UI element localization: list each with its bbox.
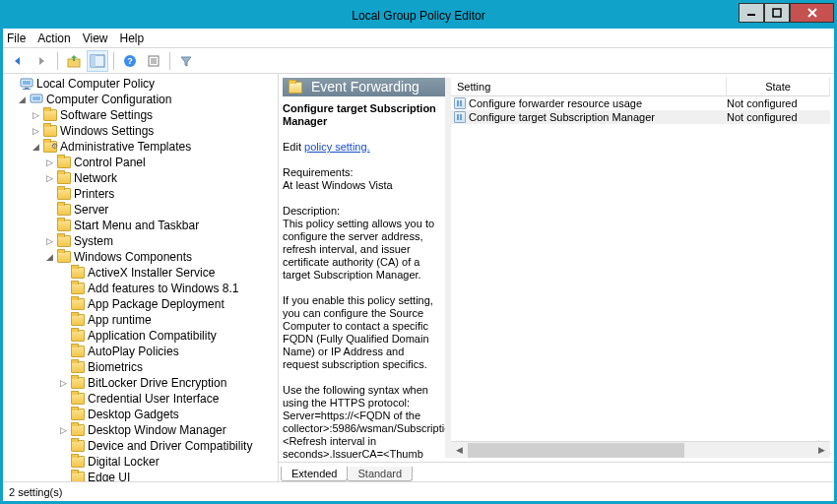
setting-label: Configure target Subscription Manager bbox=[469, 111, 727, 123]
folder-icon bbox=[43, 109, 57, 121]
close-button[interactable] bbox=[790, 3, 834, 23]
expand-icon[interactable]: ▷ bbox=[44, 155, 55, 170]
tree-credential-ui[interactable]: Credential User Interface bbox=[88, 391, 219, 407]
tree-activex[interactable]: ActiveX Installer Service bbox=[88, 265, 215, 281]
folder-icon bbox=[43, 125, 57, 137]
svg-rect-16 bbox=[23, 89, 31, 90]
tree-autoplay[interactable]: AutoPlay Policies bbox=[88, 344, 179, 359]
menu-help[interactable]: Help bbox=[120, 32, 145, 45]
description-p2: If you enable this policy setting, you c… bbox=[283, 294, 441, 371]
tree-software-settings[interactable]: Software Settings bbox=[60, 107, 153, 123]
maximize-button[interactable] bbox=[764, 3, 790, 23]
description-p3: Use the following syntax when using the … bbox=[283, 384, 441, 458]
expand-icon[interactable]: ◢ bbox=[44, 249, 55, 265]
tree-administrative-templates[interactable]: Administrative Templates bbox=[60, 139, 191, 155]
tree-control-panel[interactable]: Control Panel bbox=[74, 155, 146, 170]
status-text: 2 setting(s) bbox=[9, 486, 62, 498]
requirements-value: At least Windows Vista bbox=[283, 179, 441, 192]
tree-dwm[interactable]: Desktop Window Manager bbox=[88, 422, 226, 438]
tree-computer-configuration[interactable]: Computer Configuration bbox=[46, 92, 171, 107]
status-bar: 2 setting(s) bbox=[3, 481, 834, 501]
forward-button[interactable] bbox=[31, 50, 52, 72]
setting-state: Not configured bbox=[727, 97, 830, 109]
tree-biometrics[interactable]: Biometrics bbox=[88, 359, 143, 375]
folder-icon bbox=[57, 251, 71, 263]
folder-icon bbox=[71, 346, 85, 357]
expand-icon[interactable]: ◢ bbox=[17, 92, 28, 107]
computer-icon bbox=[30, 93, 43, 106]
tree-system[interactable]: System bbox=[74, 233, 113, 249]
expand-icon[interactable]: ▷ bbox=[58, 422, 69, 438]
tree-digital-locker[interactable]: Digital Locker bbox=[88, 454, 160, 470]
folder-icon bbox=[71, 361, 85, 373]
folder-icon bbox=[71, 267, 85, 279]
tree-pane[interactable]: Local Computer Policy ◢Computer Configur… bbox=[3, 74, 279, 481]
folder-icon bbox=[71, 472, 85, 481]
tab-standard[interactable]: Standard bbox=[347, 467, 413, 481]
up-button[interactable] bbox=[63, 50, 85, 72]
scroll-right-icon[interactable]: ▶ bbox=[813, 442, 830, 459]
tree-bitlocker[interactable]: BitLocker Drive Encryption bbox=[88, 375, 226, 391]
computer-icon bbox=[20, 77, 33, 91]
menu-file[interactable]: File bbox=[7, 32, 26, 45]
folder-icon bbox=[71, 314, 85, 326]
properties-button[interactable] bbox=[143, 50, 164, 72]
folder-icon bbox=[43, 141, 57, 153]
folder-icon bbox=[71, 283, 85, 294]
expand-icon[interactable]: ▷ bbox=[58, 375, 69, 391]
setting-label: Configure forwarder resource usage bbox=[469, 97, 727, 109]
scroll-left-icon[interactable]: ◀ bbox=[451, 442, 468, 459]
filter-button[interactable] bbox=[175, 50, 197, 72]
menu-action[interactable]: Action bbox=[37, 32, 70, 45]
tree-device-driver-compat[interactable]: Device and Driver Compatibility bbox=[88, 438, 252, 454]
menu-bar: File Action View Help bbox=[3, 29, 834, 48]
expand-icon[interactable]: ▷ bbox=[31, 123, 41, 139]
folder-icon bbox=[71, 330, 85, 342]
tree-start-menu[interactable]: Start Menu and Taskbar bbox=[74, 218, 199, 233]
tree-app-compat[interactable]: Application Compatibility bbox=[88, 328, 217, 344]
menu-view[interactable]: View bbox=[83, 32, 108, 45]
detail-header-label: Event Forwarding bbox=[311, 81, 419, 94]
tree-app-package[interactable]: App Package Deployment bbox=[88, 296, 225, 312]
column-headers: Setting State bbox=[451, 78, 830, 96]
folder-icon bbox=[57, 157, 71, 168]
folder-icon bbox=[71, 456, 85, 468]
tree-windows-components[interactable]: Windows Components bbox=[74, 249, 192, 265]
help-button[interactable]: ? bbox=[119, 50, 141, 72]
setting-row[interactable]: Configure forwarder resource usage Not c… bbox=[451, 96, 830, 110]
tab-extended[interactable]: Extended bbox=[281, 467, 348, 481]
tree-server[interactable]: Server bbox=[74, 202, 108, 218]
show-hide-tree-button[interactable] bbox=[87, 50, 108, 72]
expand-icon[interactable]: ▷ bbox=[31, 107, 41, 123]
tree-edge-ui[interactable]: Edge UI bbox=[88, 470, 130, 481]
back-button[interactable] bbox=[7, 50, 29, 72]
column-state[interactable]: State bbox=[727, 78, 830, 95]
tree-root[interactable]: Local Computer Policy bbox=[36, 76, 155, 92]
detail-header: Event Forwarding bbox=[283, 78, 445, 96]
expand-icon[interactable]: ▷ bbox=[44, 170, 55, 186]
minimize-button[interactable] bbox=[739, 3, 764, 23]
tree-printers[interactable]: Printers bbox=[74, 186, 114, 202]
folder-icon bbox=[57, 235, 71, 247]
edit-policy-link[interactable]: policy setting. bbox=[304, 141, 370, 153]
column-setting[interactable]: Setting bbox=[451, 78, 727, 95]
horizontal-scrollbar[interactable]: ◀ ▶ bbox=[451, 441, 830, 458]
expand-icon[interactable]: ▷ bbox=[44, 233, 55, 249]
setting-row[interactable]: Configure target Subscription Manager No… bbox=[451, 110, 830, 124]
folder-icon bbox=[57, 204, 71, 216]
tree-add-features[interactable]: Add features to Windows 8.1 bbox=[88, 281, 238, 296]
folder-icon bbox=[71, 424, 85, 436]
toolbar: ? bbox=[3, 48, 834, 74]
window-title: Local Group Policy Editor bbox=[352, 9, 484, 23]
tree-desktop-gadgets[interactable]: Desktop Gadgets bbox=[88, 407, 179, 422]
svg-rect-6 bbox=[91, 55, 96, 67]
tree-windows-settings[interactable]: Windows Settings bbox=[60, 123, 154, 139]
title-bar: Local Group Policy Editor bbox=[3, 3, 834, 29]
tree-app-runtime[interactable]: App runtime bbox=[88, 312, 152, 328]
folder-icon bbox=[71, 393, 85, 405]
svg-rect-15 bbox=[25, 88, 29, 89]
tree-network[interactable]: Network bbox=[74, 170, 117, 186]
description-p1: This policy setting allows you to config… bbox=[283, 218, 441, 282]
view-tabs: Extended Standard bbox=[279, 462, 834, 481]
expand-icon[interactable]: ◢ bbox=[31, 139, 41, 155]
